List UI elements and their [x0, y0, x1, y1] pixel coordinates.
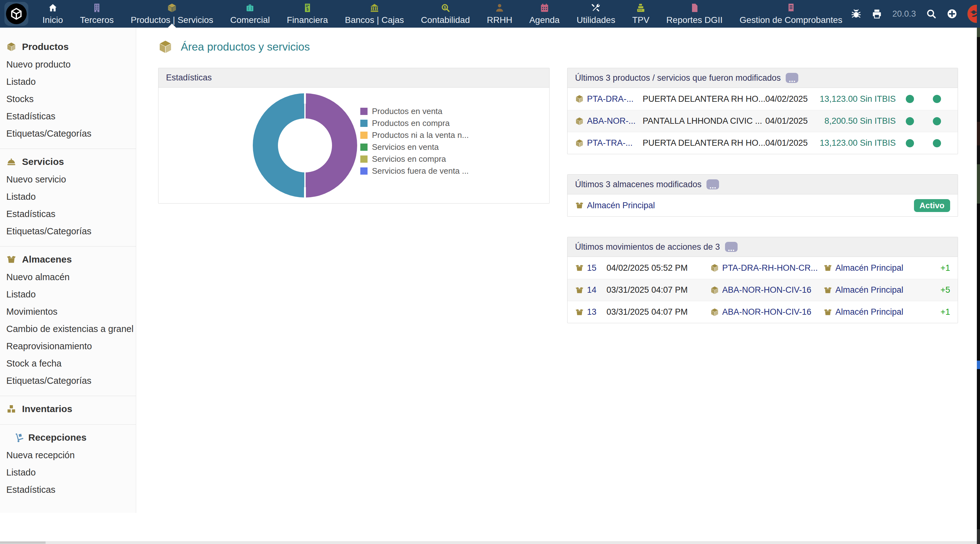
legend-label: Servicios en venta — [372, 142, 439, 152]
movement-row: 14 03/31/2025 04:07 PM ABA-NOR-HON-CIV-1… — [568, 279, 958, 301]
sidebar-item-listado[interactable]: Listado — [5, 188, 131, 205]
sidebar-item-etiquetas-categorías[interactable]: Etiquetas/Categorías — [5, 372, 131, 390]
sidebar-section-heading[interactable]: Productos — [5, 38, 131, 56]
nav-item-gestion-de-comprobantes[interactable]: Gestion de Comprobantes — [731, 0, 851, 28]
search-icon[interactable] — [926, 8, 937, 19]
movement-datetime: 03/31/2025 04:07 PM — [606, 285, 710, 295]
nav-item-label: Inicio — [43, 15, 63, 25]
sidebar-item-nuevo-almacén[interactable]: Nuevo almacén — [5, 268, 131, 286]
legend-swatch — [360, 108, 368, 115]
sidebar-item-listado[interactable]: Listado — [5, 286, 131, 303]
sidebar-item-estadísticas[interactable]: Estadísticas — [5, 108, 131, 125]
sidebar-item-etiquetas-categorías[interactable]: Etiquetas/Categorías — [5, 223, 131, 240]
last-products-header: Últimos 3 productos / servicios que fuer… — [568, 68, 958, 88]
sidebar-section-heading[interactable]: Servicios — [5, 153, 131, 171]
sidebar-item-movimientos[interactable]: Movimientos — [5, 303, 131, 320]
movement-product-link[interactable]: ABA-NOR-HON-CIV-16 — [710, 285, 823, 295]
more-button[interactable]: ... — [725, 242, 738, 252]
more-button[interactable]: ... — [786, 73, 798, 83]
legend-swatch — [360, 132, 368, 139]
printer-icon[interactable] — [872, 8, 882, 19]
movement-datetime: 03/31/2025 04:07 PM — [606, 307, 710, 317]
nav-item-inicio[interactable]: Inicio — [34, 0, 72, 28]
sidebar-section-heading[interactable]: Recepciones — [5, 429, 131, 447]
nav-item-label: Terceros — [80, 15, 113, 25]
on-sell-status-dot — [906, 117, 914, 125]
product-name: PUERTA DELANTERA RH HO... — [643, 94, 765, 104]
sidebar-section-recepciones: Recepciones Nueva recepciónListadoEstadí… — [0, 424, 136, 505]
sidebar-item-cambio-de-existencias-a-granel[interactable]: Cambio de existencias a granel — [5, 320, 131, 338]
product-ref-link[interactable]: ABA-NOR-... — [575, 116, 643, 126]
legend-item: Productos en compra — [360, 119, 469, 127]
movement-warehouse-link[interactable]: Almacén Principal — [823, 263, 921, 273]
warehouse-status-badge: Activo — [914, 199, 950, 212]
warehouse-link[interactable]: Almacén Principal — [575, 201, 655, 211]
movement-product-link[interactable]: ABA-NOR-HON-CIV-16 — [710, 307, 823, 317]
nav-item-utilidades[interactable]: Utilidades — [568, 0, 624, 28]
product-price: 8,200.50 Sin ITBIS — [817, 116, 896, 126]
search-dollar-icon — [441, 3, 450, 13]
product-ref-link[interactable]: PTA-DRA-... — [575, 94, 643, 104]
nav-item-terceros[interactable]: Terceros — [72, 0, 122, 28]
nav-item-comercial[interactable]: Comercial — [222, 0, 278, 28]
nav-item-rrhh[interactable]: RRHH — [479, 0, 521, 28]
product-modified-date: 04/01/2025 — [765, 138, 817, 148]
bank-icon — [369, 3, 380, 13]
nav-item-bancos-cajas[interactable]: Bancos | Cajas — [336, 0, 412, 28]
sidebar-item-estadísticas[interactable]: Estadísticas — [5, 481, 131, 498]
scrollbar-thumb[interactable] — [0, 541, 46, 544]
cube-icon — [167, 3, 177, 13]
sidebar-item-listado[interactable]: Listado — [5, 73, 131, 90]
main-content: Área productos y servicios Estadísticas … — [136, 28, 980, 323]
product-ref-link[interactable]: PTA-TRA-... — [575, 138, 643, 148]
sidebar-section-label: Productos — [22, 41, 68, 52]
bug-icon[interactable] — [851, 8, 861, 19]
last-products-panel: Últimos 3 productos / servicios que fuer… — [567, 68, 958, 154]
more-button[interactable]: ... — [706, 179, 719, 189]
movement-product-link[interactable]: PTA-DRA-RH-HON-CR... — [710, 263, 823, 273]
sidebar-item-stocks[interactable]: Stocks — [5, 90, 131, 108]
nav-item-financiera[interactable]: Financiera — [278, 0, 336, 28]
legend-label: Servicios en compra — [372, 154, 446, 164]
nav-item-reportes-dgii[interactable]: Reportes DGII — [658, 0, 731, 28]
left-sidebar: Productos Nuevo productoListadoStocksEst… — [0, 28, 136, 513]
sidebar-item-nuevo-producto[interactable]: Nuevo producto — [5, 56, 131, 73]
cash-register-icon — [636, 3, 646, 13]
nav-item-label: Agenda — [529, 15, 560, 25]
on-buy-status-dot — [933, 95, 941, 103]
movement-id-link[interactable]: 13 — [575, 307, 606, 317]
nav-item-label: Productos | Servicios — [131, 15, 213, 25]
sidebar-item-nueva-recepción[interactable]: Nueva recepción — [5, 447, 131, 464]
navbar-right-controls: 20.0.3 — [851, 0, 980, 28]
movement-id-link[interactable]: 15 — [575, 263, 606, 273]
movement-id-link[interactable]: 14 — [575, 285, 606, 295]
product-name: PUERTA DELANTERA RH HO... — [643, 138, 765, 148]
legend-item: Servicios en compra — [360, 155, 469, 163]
legend-item: Servicios en venta — [360, 143, 469, 151]
sidebar-item-etiquetas-categorías[interactable]: Etiquetas/Categorías — [5, 125, 131, 142]
last-warehouses-header: Últimos 3 almacenes modificados ... — [568, 174, 958, 194]
sidebar-section-heading[interactable]: Inventarios — [5, 400, 131, 418]
nav-item-productos-servicios[interactable]: Productos | Servicios — [122, 0, 222, 28]
product-row: ABA-NOR-... PANTALLA LHHONDA CIVIC ... 0… — [568, 110, 958, 132]
legend-swatch — [360, 167, 368, 174]
boxes-icon — [6, 404, 16, 414]
nav-item-label: Bancos | Cajas — [345, 15, 404, 25]
sidebar-item-nuevo-servicio[interactable]: Nuevo servicio — [5, 171, 131, 188]
nav-item-tpv[interactable]: TPV — [624, 0, 658, 28]
sidebar-item-stock-a-fecha[interactable]: Stock a fecha — [5, 355, 131, 372]
sidebar-section-heading[interactable]: Almacenes — [5, 251, 131, 268]
sidebar-item-estadísticas[interactable]: Estadísticas — [5, 205, 131, 223]
sidebar-item-listado[interactable]: Listado — [5, 464, 131, 481]
app-logo[interactable] — [5, 2, 28, 26]
movement-warehouse-link[interactable]: Almacén Principal — [823, 307, 921, 317]
movement-warehouse-link[interactable]: Almacén Principal — [823, 285, 921, 295]
sidebar-item-reaprovisionamiento[interactable]: Reaprovisionamiento — [5, 338, 131, 355]
background-app-edge — [977, 0, 980, 544]
cube-icon — [575, 117, 584, 125]
nav-item-label: Contabilidad — [421, 15, 470, 25]
nav-item-contabilidad[interactable]: Contabilidad — [412, 0, 479, 28]
horizontal-scrollbar[interactable] — [0, 541, 977, 544]
nav-item-agenda[interactable]: Agenda — [521, 0, 568, 28]
add-circle-icon[interactable] — [947, 8, 957, 19]
